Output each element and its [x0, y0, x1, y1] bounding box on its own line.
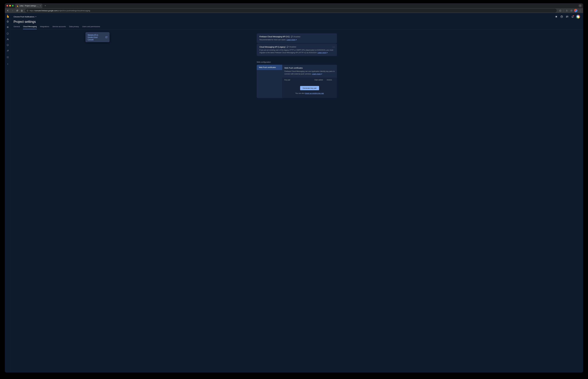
- dropdown-caret-icon: [35, 16, 36, 17]
- svg-point-8: [8, 56, 9, 57]
- window-controls: [6, 5, 14, 6]
- tab-integrations[interactable]: Integrations: [40, 26, 49, 29]
- site-info-icon[interactable]: [27, 10, 29, 12]
- tab-general[interactable]: General: [14, 26, 20, 29]
- svg-point-10: [7, 57, 8, 58]
- tab-title: Libby - Project settings - Fire: [19, 5, 39, 7]
- tab-cloud-messaging[interactable]: Cloud Messaging: [23, 26, 37, 29]
- svg-point-4: [7, 39, 8, 39]
- sidebar-apps-icon[interactable]: [6, 55, 10, 59]
- tab-users-permissions[interactable]: Users and permissions: [82, 26, 100, 29]
- window-close[interactable]: [6, 5, 8, 6]
- svg-point-13: [7, 58, 8, 58]
- browser-tab[interactable]: Libby - Project settings - Fire ✕: [15, 3, 42, 8]
- manage-api-link[interactable]: Manage API in Google Cloud Console: [88, 34, 103, 41]
- new-tab-button[interactable]: +: [43, 4, 47, 8]
- sidebar-users-icon[interactable]: [6, 37, 10, 41]
- svg-point-5: [8, 39, 8, 39]
- tab-service-accounts[interactable]: Service accounts: [52, 26, 66, 29]
- firebase-favicon: [16, 5, 18, 7]
- page-title: Project settings: [11, 19, 186, 24]
- content-area: Manage API in Google Cloud Console Fireb…: [11, 29, 186, 120]
- svg-point-3: [7, 27, 8, 28]
- svg-point-7: [7, 56, 8, 57]
- reload-button[interactable]: [15, 9, 19, 13]
- window-maximize[interactable]: [12, 5, 14, 6]
- sidebar-expand-icon[interactable]: [6, 62, 10, 66]
- svg-point-11: [8, 57, 9, 58]
- url-text: https://console.firebase.google.com/proj…: [30, 10, 186, 12]
- firebase-logo[interactable]: [6, 14, 9, 18]
- settings-tabs: General Cloud Messaging Integrations Ser…: [11, 24, 186, 29]
- sidebar-appcheck-icon[interactable]: [6, 32, 10, 35]
- sidebar-functions-icon[interactable]: [6, 49, 10, 53]
- window-minimize[interactable]: [9, 5, 11, 6]
- tab-strip: Libby - Project settings - Fire ✕ +: [15, 3, 186, 8]
- firebase-app: Chrome Push Notifications: [5, 13, 186, 120]
- browser-window: Libby - Project settings - Fire ✕ + htt: [5, 3, 186, 120]
- back-button[interactable]: [6, 9, 10, 13]
- svg-point-9: [7, 57, 7, 58]
- svg-point-6: [7, 56, 7, 57]
- project-name: Chrome Push Notifications: [14, 16, 34, 18]
- titlebar: Libby - Project settings - Fire ✕ +: [5, 3, 186, 8]
- forward-button[interactable]: [11, 9, 14, 13]
- sidebar-cloud-icon[interactable]: [6, 43, 10, 47]
- svg-point-12: [7, 58, 7, 58]
- tab-close-icon[interactable]: ✕: [40, 5, 41, 7]
- sidebar-home-icon[interactable]: [6, 19, 10, 23]
- svg-point-14: [8, 58, 9, 58]
- tab-data-privacy[interactable]: Data privacy: [69, 26, 79, 29]
- project-dropdown[interactable]: Chrome Push Notifications: [14, 16, 36, 18]
- manage-api-popover: Manage API in Google Cloud Console: [86, 32, 109, 42]
- sidebar-settings-icon[interactable]: [6, 25, 10, 29]
- main-content: Chrome Push Notifications: [11, 13, 186, 120]
- browser-toolbar: https://console.firebase.google.com/proj…: [5, 8, 186, 13]
- app-header: Chrome Push Notifications: [11, 13, 186, 19]
- address-bar[interactable]: https://console.firebase.google.com/proj…: [25, 9, 186, 13]
- home-button[interactable]: [20, 9, 24, 13]
- external-link-icon[interactable]: [105, 36, 108, 38]
- firebase-sidebar: [5, 13, 11, 120]
